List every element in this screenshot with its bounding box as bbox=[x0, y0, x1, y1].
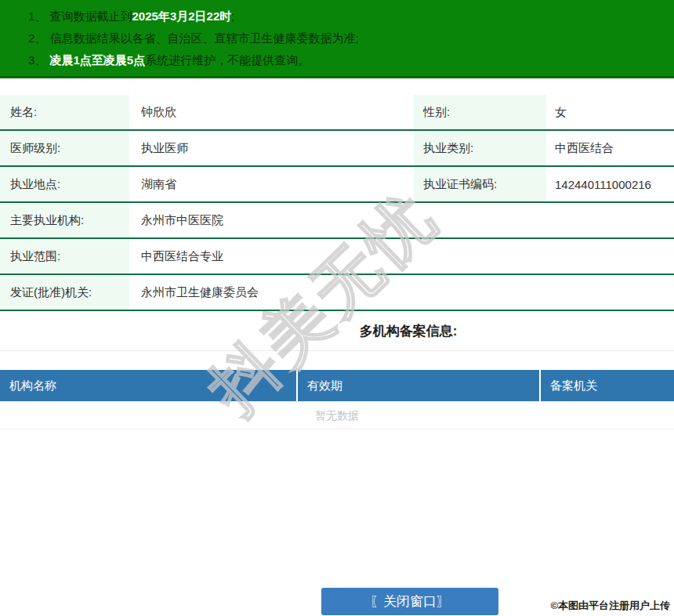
field-value-gender: 女 bbox=[546, 95, 674, 129]
empty-data-placeholder: 暂无数据 bbox=[0, 401, 674, 429]
multi-institution-section-title: 多机构备案信息: bbox=[0, 311, 674, 351]
records-table-header: 机构名称 有效期 备案机关 bbox=[0, 370, 674, 401]
column-header-filing-authority: 备案机关 bbox=[541, 370, 674, 401]
field-label-gender: 性别: bbox=[414, 95, 546, 129]
field-value-primary-institution: 永州市中医医院 bbox=[129, 203, 674, 237]
field-label-doctor-level: 医师级别: bbox=[0, 131, 129, 165]
table-row: 发证(批准)机关: 永州市卫生健康委员会 bbox=[0, 275, 674, 311]
table-row: 医师级别: 执业医师 执业类别: 中西医结合 bbox=[0, 131, 674, 167]
field-label-certificate-no: 执业证书编码: bbox=[414, 167, 546, 201]
field-value-practice-category: 中西医结合 bbox=[546, 131, 674, 165]
field-label-name: 姓名: bbox=[0, 95, 129, 129]
notice-line-2: 2、 信息数据结果以各省、自治区、直辖市卫生健康委数据为准; bbox=[28, 27, 674, 49]
notice-3-suffix: 系统进行维护，不能提供查询。 bbox=[145, 53, 310, 67]
field-value-doctor-level: 执业医师 bbox=[129, 131, 414, 165]
upload-stamp-text: ©本图由平台注册用户上传 bbox=[550, 599, 670, 613]
field-label-practice-category: 执业类别: bbox=[414, 131, 546, 165]
physician-info-table: 姓名: 钟欣欣 性别: 女 医师级别: 执业医师 执业类别: 中西医结合 执业地… bbox=[0, 95, 674, 311]
notice-line-3: 3、 凌晨1点至凌晨5点系统进行维护，不能提供查询。 bbox=[28, 49, 674, 71]
close-window-button[interactable]: 〖关闭窗口〗 bbox=[321, 588, 498, 615]
notice-1-suffix: ; bbox=[231, 9, 234, 23]
notice-2-text: 2、 信息数据结果以各省、自治区、直辖市卫生健康委数据为准; bbox=[28, 31, 359, 45]
notice-3-text: 3、 bbox=[28, 53, 50, 67]
field-value-practice-location: 湖南省 bbox=[129, 167, 414, 201]
notice-3-highlight: 凌晨1点至凌晨5点 bbox=[50, 53, 146, 67]
notice-banner: 1、 查询数据截止到2025年3月2日22时; 2、 信息数据结果以各省、自治区… bbox=[0, 0, 674, 78]
notice-line-1: 1、 查询数据截止到2025年3月2日22时; bbox=[28, 5, 674, 27]
field-label-issuing-authority: 发证(批准)机关: bbox=[0, 275, 129, 310]
field-value-certificate-no: 142440111000216 bbox=[546, 167, 674, 201]
table-row: 姓名: 钟欣欣 性别: 女 bbox=[0, 95, 674, 131]
column-header-institution-name: 机构名称 bbox=[0, 370, 296, 401]
table-row: 主要执业机构: 永州市中医医院 bbox=[0, 203, 674, 239]
field-value-practice-scope: 中西医结合专业 bbox=[129, 239, 674, 274]
field-label-practice-location: 执业地点: bbox=[0, 167, 129, 201]
field-label-practice-scope: 执业范围: bbox=[0, 239, 129, 274]
column-header-validity-period: 有效期 bbox=[298, 370, 539, 401]
table-row: 执业地点: 湖南省 执业证书编码: 142440111000216 bbox=[0, 167, 674, 203]
field-label-primary-institution: 主要执业机构: bbox=[0, 203, 129, 237]
field-value-issuing-authority: 永州市卫生健康委员会 bbox=[129, 275, 674, 310]
field-value-name: 钟欣欣 bbox=[129, 95, 414, 129]
notice-1-text: 1、 查询数据截止到 bbox=[28, 9, 132, 23]
notice-1-highlight: 2025年3月2日22时 bbox=[132, 9, 232, 23]
section-title-text: 多机构备案信息: bbox=[360, 324, 458, 339]
table-row: 执业范围: 中西医结合专业 bbox=[0, 239, 674, 275]
